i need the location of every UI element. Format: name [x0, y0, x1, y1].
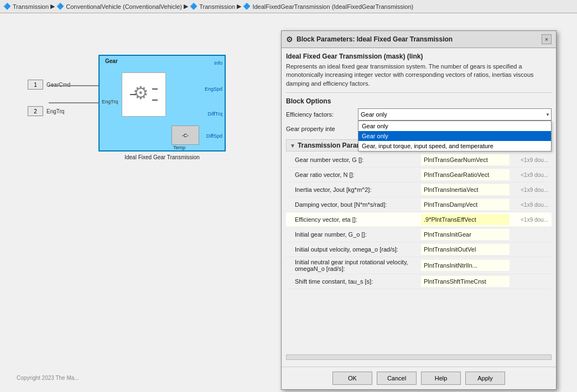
param-row-1: Gear ratio vector, N []: PlntTransGearRa…: [286, 168, 552, 182]
scrollbar[interactable]: [286, 354, 552, 360]
close-button[interactable]: ×: [542, 34, 552, 44]
efficiency-label: Efficiency factors:: [286, 111, 358, 118]
param-label-6: Initial output velocity, omega_o [rad/s]…: [295, 246, 421, 253]
param-value-0[interactable]: PlntTransGearNumVect: [421, 154, 510, 165]
apply-button[interactable]: Apply: [465, 372, 505, 385]
param-type-1: <1x9 dou...: [510, 172, 548, 178]
block-name-header: Ideal Fixed Gear Transmission (mask) (li…: [286, 53, 552, 60]
dropdown-item-0[interactable]: Gear only: [358, 121, 551, 131]
param-value-2[interactable]: PlntTransInertiaVect: [421, 184, 510, 195]
dropdown-arrow-icon: ▼: [545, 112, 550, 117]
param-row-8: Shift time constant, tau_s [s]: PlntTran…: [286, 274, 552, 289]
params-section: ▼ Transmission Parameters Gear number ve…: [286, 139, 552, 352]
param-value-1[interactable]: PlntTransGearRatioVect: [421, 169, 510, 180]
modal-body: Ideal Fixed Gear Transmission (mask) (li…: [282, 48, 556, 367]
block-options-label: Block Options: [286, 97, 552, 105]
param-label-1: Gear ratio vector, N []:: [295, 171, 421, 178]
dropdown-item-2[interactable]: Gear, input torque, input speed, and tem…: [358, 141, 551, 151]
param-value-4[interactable]: .9*PlntTransEffVect: [421, 214, 510, 225]
efficiency-dropdown-wrapper[interactable]: Gear only ▼ Gear only Gear only Gear, in…: [358, 108, 552, 121]
param-type-3: <1x9 dou...: [510, 202, 548, 208]
param-row-3: Damping vector, bout [N*m*s/rad]: PlntTr…: [286, 197, 552, 212]
help-button[interactable]: Help: [421, 372, 461, 385]
param-type-4: <1x9 dou...: [510, 217, 548, 223]
param-label-4: Efficiency vector, eta []:: [295, 216, 421, 223]
cancel-button[interactable]: Cancel: [377, 372, 417, 385]
param-value-7[interactable]: PlntTransInitNtrlIn...: [421, 260, 510, 271]
param-row-4: Efficiency vector, eta []: .9*PlntTransE…: [286, 212, 552, 227]
param-value-8[interactable]: PlntTransShftTimeCnst: [421, 276, 510, 287]
param-type-0: <1x9 dou...: [510, 157, 548, 163]
modal-overlay: ⚙ Block Parameters: Ideal Fixed Gear Tra…: [0, 0, 577, 392]
modal-icon: ⚙: [286, 35, 293, 44]
param-value-5[interactable]: PlntTransInitGear: [421, 229, 510, 240]
param-label-5: Initial gear number, G_o []:: [295, 231, 421, 238]
modal-dialog: ⚙ Block Parameters: Ideal Fixed Gear Tra…: [281, 30, 557, 390]
param-row-5: Initial gear number, G_o []: PlntTransIn…: [286, 227, 552, 242]
ok-button[interactable]: OK: [332, 372, 372, 385]
param-label-3: Damping vector, bout [N*m*s/rad]:: [295, 201, 421, 208]
efficiency-row: Efficiency factors: Gear only ▼ Gear onl…: [286, 108, 552, 121]
param-label-2: Inertia vector, Jout [kg*m^2]:: [295, 186, 421, 193]
param-row-2: Inertia vector, Jout [kg*m^2]: PlntTrans…: [286, 182, 552, 197]
param-label-7: Initial neutral gear input rotational ve…: [295, 259, 421, 272]
gear-prop-label: Gear property inte: [286, 126, 358, 132]
modal-titlebar: ⚙ Block Parameters: Ideal Fixed Gear Tra…: [282, 31, 556, 48]
param-value-6[interactable]: PlntTransInitOutVel: [421, 244, 510, 255]
param-value-3[interactable]: PlntTransDampVect: [421, 199, 510, 210]
param-row-6: Initial output velocity, omega_o [rad/s]…: [286, 242, 552, 257]
collapse-arrow-icon: ▼: [290, 143, 295, 149]
efficiency-dropdown-list: Gear only Gear only Gear, input torque, …: [358, 121, 552, 151]
efficiency-dropdown-selected[interactable]: Gear only ▼: [358, 108, 552, 121]
block-description: Represents an ideal fixed gear transmiss…: [286, 62, 552, 93]
param-row-0: Gear number vector, G []: PlntTransGearN…: [286, 153, 552, 168]
param-row-7: Initial neutral gear input rotational ve…: [286, 257, 552, 274]
dropdown-item-1[interactable]: Gear only: [358, 131, 551, 141]
efficiency-selected-value: Gear only: [361, 111, 387, 118]
param-type-2: <1x9 dou...: [510, 187, 548, 193]
modal-footer: OK Cancel Help Apply: [282, 367, 556, 389]
param-label-8: Shift time constant, tau_s [s]:: [295, 278, 421, 285]
param-label-0: Gear number vector, G []:: [295, 156, 421, 163]
modal-title: Block Parameters: Ideal Fixed Gear Trans…: [297, 35, 453, 43]
